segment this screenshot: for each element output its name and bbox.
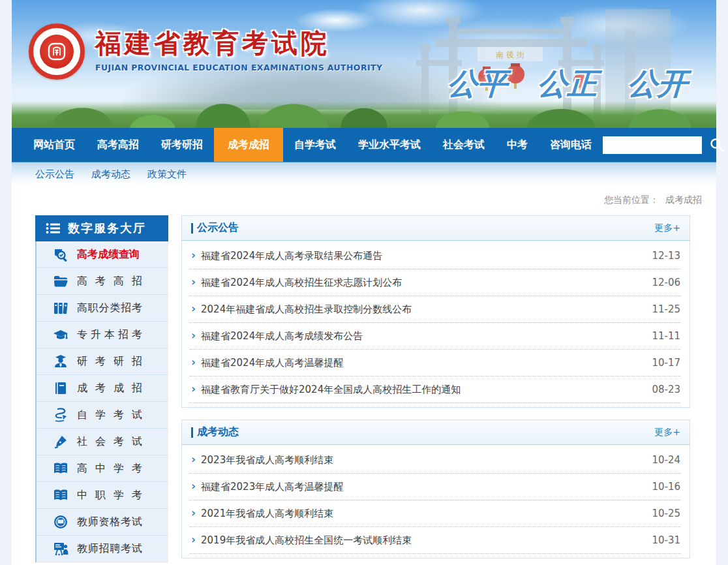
- list-item-title: 福建省2023年成人高考温馨提醒: [201, 481, 641, 493]
- nav-item[interactable]: 咨询电话: [539, 128, 603, 162]
- sidebar-item[interactable]: 自学考试: [37, 402, 168, 429]
- site-title: 福建省教育考试院: [95, 29, 382, 57]
- subnav-item-label: 公示公告: [35, 168, 74, 180]
- more-link[interactable]: 更多+: [654, 222, 680, 234]
- list-item-date: 10-16: [652, 481, 680, 493]
- sidebar-item-label: 高职分类招考: [77, 301, 142, 315]
- nav-item[interactable]: 自学考试: [283, 128, 347, 162]
- chevron-right-icon: ›: [191, 506, 196, 519]
- list-item[interactable]: › 2024年福建省成人高校招生录取控制分数线公布 11-25: [190, 296, 680, 323]
- sidebar-item[interactable]: 社会考试: [37, 429, 168, 455]
- nav-item[interactable]: 社会考试: [432, 128, 496, 162]
- nav-item-label: 中考: [507, 138, 528, 152]
- sidebar-item-label: 高考成绩查询: [77, 248, 142, 262]
- list-item[interactable]: › 福建省2024年成人高考录取结果公布通告 12-13: [190, 243, 680, 269]
- nav-item[interactable]: 中考: [496, 128, 539, 162]
- nav-item[interactable]: 成考成招: [214, 128, 283, 162]
- nav-item-label: 学业水平考试: [358, 138, 421, 152]
- list-item[interactable]: › 福建省2024年成人高考温馨提醒 10-17: [190, 350, 680, 376]
- list-menu-icon: [46, 222, 60, 234]
- book-icon: [53, 380, 68, 396]
- pen-swirl-icon: [53, 407, 68, 423]
- graduate-person-icon: [53, 354, 68, 369]
- search-icon: [709, 137, 725, 153]
- panel-header: 公示公告 更多+: [182, 216, 690, 241]
- list-item-title: 福建省2024年成人高考成绩发布公告: [201, 330, 641, 343]
- chevron-right-icon: ›: [191, 356, 196, 369]
- list-item[interactable]: › 2021年我省成人高考顺利结束 10-25: [190, 500, 680, 527]
- search-button[interactable]: [706, 134, 728, 156]
- chevron-right-icon: ›: [191, 302, 196, 315]
- sidebar-item[interactable]: 成考成招: [37, 375, 168, 402]
- banner-slogan: 公平 公正 公开: [446, 64, 688, 104]
- nav-item-label: 自学考试: [294, 138, 336, 152]
- site-logo-seal-icon: [29, 23, 85, 80]
- nav-item[interactable]: 学业水平考试: [347, 128, 432, 162]
- subnav-item[interactable]: 政策文件: [147, 168, 187, 181]
- chevron-right-icon: ›: [191, 453, 196, 466]
- list-item-date: 10-25: [652, 508, 680, 519]
- list-item[interactable]: › 福建省2024年成人高考成绩发布公告 11-11: [190, 323, 680, 350]
- sub-navigation: 公示公告成考动态政策文件: [12, 162, 716, 187]
- nav-item-label: 研考研招: [161, 138, 203, 152]
- sidebar-title: 数字服务大厅: [68, 221, 146, 236]
- svg-text:南 後 街: 南 後 街: [496, 50, 524, 59]
- nav-item-label: 社会考试: [443, 138, 485, 152]
- sidebar-item-label: 社会考试: [77, 435, 142, 449]
- teacher-board-icon: [53, 541, 68, 557]
- nav-item[interactable]: 高考高招: [86, 128, 150, 162]
- news-panel: 公示公告 更多+ › 福建省2024年成人高考录取结果公布通告 12-13 › …: [181, 215, 690, 408]
- list-item-title: 福建省教育厅关于做好2024年全国成人高校招生工作的通知: [201, 384, 641, 396]
- list-item-title: 2024年福建省成人高校招生录取控制分数线公布: [201, 303, 641, 316]
- sidebar-item[interactable]: 高职分类招考: [37, 295, 168, 322]
- list-item-date: 11-25: [652, 303, 680, 315]
- sidebar-item[interactable]: 高中学考: [37, 455, 168, 482]
- breadcrumb-current[interactable]: 成考成招: [665, 194, 702, 205]
- list-item[interactable]: › 福建省2024年成人高校招生征求志愿计划公布 12-06: [190, 269, 680, 296]
- more-link[interactable]: 更多+: [654, 427, 680, 438]
- list-item[interactable]: › 2023年我省成人高考顺利结束 10-24: [190, 447, 680, 474]
- sidebar-item-label: 高中学考: [77, 462, 142, 476]
- search-input[interactable]: [603, 136, 702, 154]
- badge-icon: [53, 514, 68, 530]
- sidebar-item-label: 教师招聘考试: [77, 542, 142, 556]
- list-item-title: 福建省2024年成人高考录取结果公布通告: [201, 250, 641, 262]
- sidebar-item-label: 中职学考: [77, 489, 142, 502]
- subnav-item[interactable]: 公示公告: [35, 168, 74, 181]
- list-item-title: 2019年我省成人高校招生全国统一考试顺利结束: [201, 534, 641, 547]
- panel-title: 公示公告: [191, 221, 239, 235]
- sidebar-item[interactable]: 教师资格考试: [37, 509, 168, 536]
- list-item-date: 08-23: [652, 384, 680, 395]
- sidebar-item[interactable]: 高考成绩查询: [37, 241, 168, 268]
- pen-icon: [53, 434, 68, 450]
- sidebar-item[interactable]: 专升本招考: [37, 322, 168, 348]
- nav-item-label: 网站首页: [33, 138, 75, 152]
- subnav-item[interactable]: 成考动态: [91, 168, 130, 181]
- page-container: 南 後 街 福建省教育考试院 FUJIAN PROVINCIAL EDUCATI…: [12, 0, 716, 565]
- sidebar-item-label: 专升本招考: [77, 328, 142, 342]
- open-book-icon: [53, 487, 68, 503]
- news-panel: 成考动态 更多+ › 2023年我省成人高考顺利结束 10-24 › 福建省20…: [181, 420, 690, 558]
- list-item-title: 2021年我省成人高考顺利结束: [201, 508, 641, 520]
- panel-list: › 福建省2024年成人高考录取结果公布通告 12-13 › 福建省2024年成…: [182, 241, 690, 407]
- sidebar-item[interactable]: 教师招聘考试: [37, 536, 168, 562]
- panel-header: 成考动态 更多+: [182, 420, 690, 445]
- sidebar-item-label: 自学考试: [77, 408, 142, 422]
- chevron-right-icon: ›: [191, 275, 196, 288]
- nav-item-label: 高考高招: [97, 138, 139, 152]
- sidebar-item-label: 研考研招: [77, 355, 142, 369]
- list-item[interactable]: › 福建省教育厅关于做好2024年全国成人高校招生工作的通知 08-23: [190, 376, 680, 403]
- sidebar-item[interactable]: 高考高招: [37, 268, 168, 295]
- chevron-right-icon: ›: [191, 533, 196, 546]
- sidebar-item[interactable]: 研考研招: [37, 348, 168, 375]
- nav-item[interactable]: 研考研招: [150, 128, 214, 162]
- sidebar-item[interactable]: 中职学考: [37, 482, 168, 509]
- list-item-date: 12-13: [652, 250, 680, 262]
- nav-item-label: 成考成招: [228, 138, 269, 152]
- open-book-icon: [53, 461, 68, 476]
- list-item[interactable]: › 福建省2023年成人高考温馨提醒 10-16: [190, 474, 680, 500]
- list-item-date: 10-24: [652, 454, 680, 466]
- list-item[interactable]: › 2019年我省成人高校招生全国统一考试顺利结束 10-31: [190, 527, 680, 554]
- nav-item[interactable]: 网站首页: [22, 128, 86, 162]
- chevron-right-icon: ›: [191, 329, 196, 342]
